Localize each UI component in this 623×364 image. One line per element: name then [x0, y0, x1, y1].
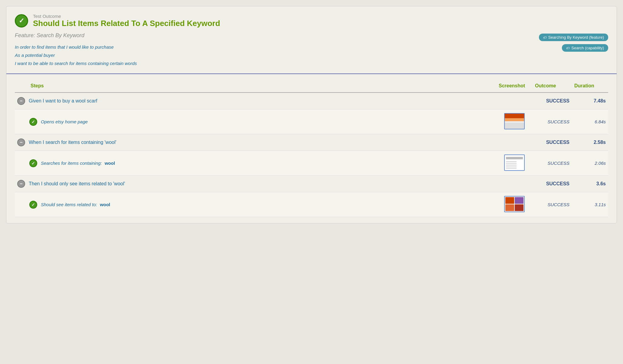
tags-section: 🏷 Searching By Keyword (feature) 🏷 Searc…: [539, 32, 608, 52]
step-label: Should see items related to: wool: [41, 202, 110, 207]
thumb-item-1: [505, 197, 514, 204]
th-outcome: Outcome: [533, 80, 572, 93]
duration-cell: 3.6s: [572, 176, 608, 192]
step-label: Opens etsy home page: [41, 119, 88, 124]
table-row: Searches for items containing: wool SUCC…: [15, 151, 608, 176]
screenshot-cell: [496, 134, 533, 151]
outcome-cell: SUCCESS: [533, 151, 572, 176]
table-header-row: Steps Screenshot Outcome Duration: [15, 80, 608, 93]
screenshot-cell: [496, 93, 533, 109]
duration-cell: 7.48s: [572, 93, 608, 109]
tag-capability-label: Search (capability): [571, 46, 604, 50]
main-container: Test Outcome Should List Items Related T…: [6, 6, 617, 223]
story-line-3: I want to be able to search for items co…: [15, 59, 539, 67]
thumb-item-2: [515, 197, 524, 204]
feature-label: Feature: Search By Keyword: [15, 32, 539, 39]
outcome-cell: SUCCESS: [533, 192, 572, 217]
step-label-prefix: Should see items related to:: [41, 202, 97, 207]
sub-step-label-cell: Opens etsy home page: [17, 118, 494, 126]
step-icon-success: [29, 201, 37, 209]
feature-section: Feature: Search By Keyword In order to f…: [15, 32, 539, 67]
step-label-keyword: wool: [100, 202, 110, 207]
story-line-2: As a potential buyer: [15, 51, 539, 59]
header-body: Feature: Search By Keyword In order to f…: [15, 32, 608, 67]
test-outcome-icon: [15, 14, 28, 28]
step-label: Then I should only see items related to …: [29, 181, 125, 187]
header-titles: Test Outcome Should List Items Related T…: [33, 14, 220, 28]
story-line-1: In order to find items that I would like…: [15, 43, 539, 51]
tag-feature[interactable]: 🏷 Searching By Keyword (feature): [539, 34, 608, 41]
header-section: Test Outcome Should List Items Related T…: [6, 6, 617, 74]
duration-cell: 3.11s: [572, 192, 608, 217]
table-row: When I search for items containing 'wool…: [15, 134, 608, 151]
tag-icon-2: 🏷: [566, 46, 569, 50]
steps-table: Steps Screenshot Outcome Duration Given …: [15, 80, 608, 217]
step-label: Searches for items containing: wool: [41, 161, 115, 166]
thumb-item-3: [505, 204, 514, 211]
table-row: Should see items related to: wool: [15, 192, 608, 217]
outcome-label: Test Outcome: [33, 14, 220, 19]
steps-container: Steps Screenshot Outcome Duration Given …: [6, 74, 617, 223]
tag-feature-label: Searching By Keyword (feature): [548, 35, 604, 40]
step-icon-minus: [17, 180, 25, 188]
screenshot-cell: [496, 151, 533, 176]
step-label-keyword: wool: [105, 161, 115, 166]
step-icon-success: [29, 118, 37, 126]
thumb-image: [505, 197, 524, 212]
sub-step-label-cell: Should see items related to: wool: [17, 201, 494, 209]
step-label-cell: When I search for items containing 'wool…: [17, 138, 494, 146]
sub-step-label-cell: Searches for items containing: wool: [17, 159, 494, 167]
outcome-cell: SUCCESS: [533, 134, 572, 151]
step-icon-minus: [17, 97, 25, 105]
thumb-image: [505, 155, 524, 170]
step-label: Given I want to buy a wool scarf: [29, 98, 97, 104]
duration-cell: 6.84s: [572, 109, 608, 134]
table-row: Then I should only see items related to …: [15, 176, 608, 192]
step-label: When I search for items containing 'wool…: [29, 140, 116, 145]
screenshot-cell: [496, 192, 533, 217]
thumb-item-4: [515, 204, 524, 211]
outcome-cell: SUCCESS: [533, 93, 572, 109]
tag-capability[interactable]: 🏷 Search (capability): [562, 44, 608, 52]
thumb-image: [505, 114, 524, 129]
screenshot-cell: [496, 176, 533, 192]
table-row: Opens etsy home page SUCCESS 6.84s: [15, 109, 608, 134]
outcome-cell: SUCCESS: [533, 109, 572, 134]
step-icon-minus: [17, 138, 25, 146]
test-title: Should List Items Related To A Specified…: [33, 19, 220, 28]
step-label-cell: Given I want to buy a wool scarf: [17, 97, 494, 105]
th-steps: Steps: [15, 80, 496, 93]
duration-cell: 2.58s: [572, 134, 608, 151]
screenshot-cell: [496, 109, 533, 134]
screenshot-thumb[interactable]: [504, 154, 525, 171]
screenshot-thumb[interactable]: [504, 113, 525, 129]
header-top: Test Outcome Should List Items Related T…: [15, 14, 608, 28]
th-screenshot: Screenshot: [496, 80, 533, 93]
step-label-cell: Then I should only see items related to …: [17, 180, 494, 188]
th-duration: Duration: [572, 80, 608, 93]
screenshot-thumb[interactable]: [504, 196, 525, 212]
table-row: Given I want to buy a wool scarf SUCCESS…: [15, 93, 608, 109]
step-icon-success: [29, 159, 37, 167]
duration-cell: 2.06s: [572, 151, 608, 176]
tag-icon-1: 🏷: [543, 36, 546, 39]
step-label-prefix: Searches for items containing:: [41, 161, 102, 166]
story-text: In order to find items that I would like…: [15, 43, 539, 67]
outcome-cell: SUCCESS: [533, 176, 572, 192]
